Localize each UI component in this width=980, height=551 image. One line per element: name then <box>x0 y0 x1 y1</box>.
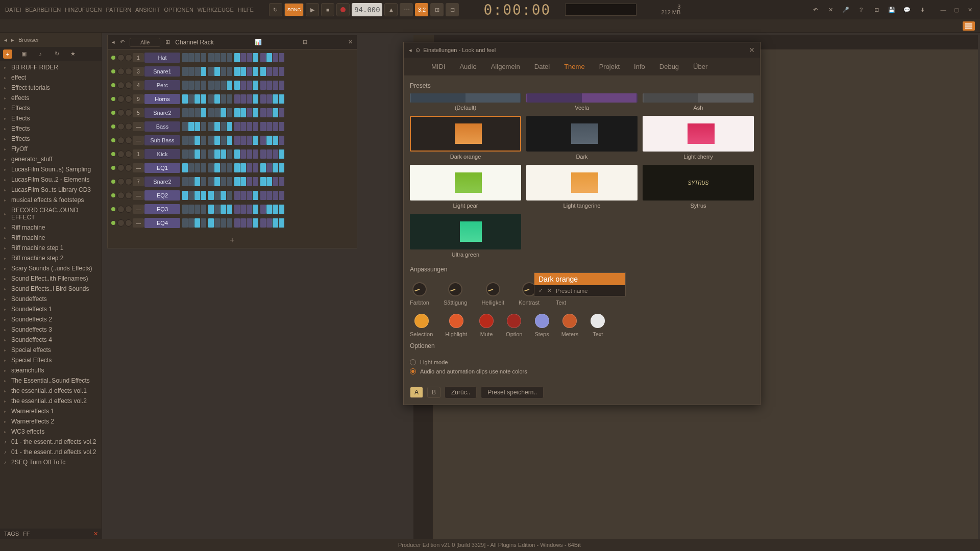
help-icon[interactable]: ? <box>855 4 867 15</box>
step-button[interactable] <box>208 122 214 131</box>
step-button[interactable] <box>234 136 240 145</box>
dlg-pin-icon[interactable]: ⊙ <box>415 47 420 54</box>
step-button[interactable] <box>214 67 220 76</box>
channel-name-button[interactable]: Sub Bass <box>144 135 180 145</box>
tempo-display[interactable]: 94.000 <box>352 3 382 16</box>
step-button[interactable] <box>188 136 194 145</box>
channel-mixer-track[interactable]: 4 <box>133 81 144 90</box>
channel-name-button[interactable]: EQ1 <box>144 163 180 173</box>
step-button[interactable] <box>227 108 232 117</box>
step-button[interactable] <box>273 108 278 117</box>
channel-step-sequencer[interactable] <box>182 149 284 159</box>
color-swatch-steps[interactable] <box>535 314 549 328</box>
step-button[interactable] <box>214 149 220 159</box>
step-button[interactable] <box>208 53 214 62</box>
menu-ansicht[interactable]: ANSICHT <box>134 6 161 14</box>
step-button[interactable] <box>220 136 226 145</box>
channel-mixer-track[interactable]: 7 <box>133 177 144 186</box>
step-button[interactable] <box>220 218 226 228</box>
step-button[interactable] <box>260 149 266 159</box>
channel-pan-knob[interactable] <box>117 206 125 213</box>
step-button[interactable] <box>247 218 252 228</box>
channel-pan-knob[interactable] <box>117 178 125 185</box>
step-button[interactable] <box>201 177 206 186</box>
browser-fwd-icon[interactable]: ▸ <box>11 37 14 43</box>
step-button[interactable] <box>214 81 220 90</box>
step-button[interactable] <box>240 218 246 228</box>
channel-led[interactable] <box>111 193 115 197</box>
tools-icon[interactable]: ✕ <box>825 4 836 15</box>
browser-folder-item[interactable]: Effects <box>0 113 102 123</box>
channel-led[interactable] <box>111 83 115 87</box>
step-button[interactable] <box>279 108 284 117</box>
step-button[interactable] <box>227 94 232 104</box>
step-button[interactable] <box>260 108 266 117</box>
step-button[interactable] <box>253 94 258 104</box>
step-button[interactable] <box>227 205 232 214</box>
step-button[interactable] <box>253 177 258 186</box>
step-button[interactable] <box>260 136 266 145</box>
channel-mixer-track[interactable]: 5 <box>133 108 144 117</box>
step-button[interactable] <box>234 81 240 90</box>
step-button[interactable] <box>227 53 232 62</box>
step-button[interactable] <box>279 191 284 200</box>
step-button[interactable] <box>240 205 246 214</box>
step-button[interactable] <box>234 191 240 200</box>
adjust-knob-helligkeit[interactable] <box>486 282 500 296</box>
color-swatch-mute[interactable] <box>479 314 494 328</box>
step-button[interactable] <box>208 94 214 104</box>
browser-tags-bar[interactable]: TAGS FF ✕ <box>0 529 102 539</box>
preset-veela[interactable]: Veela <box>526 93 638 111</box>
ab-b-button[interactable]: B <box>427 387 440 398</box>
channel-pan-knob[interactable] <box>117 109 125 116</box>
channel-step-sequencer[interactable] <box>182 136 284 145</box>
channel-vol-knob[interactable] <box>125 192 132 199</box>
channel-step-sequencer[interactable] <box>182 205 284 214</box>
channel-mixer-track[interactable]: 3 <box>133 67 144 76</box>
step-button[interactable] <box>279 163 284 172</box>
step-button[interactable] <box>227 67 232 76</box>
channel-name-button[interactable]: Perc <box>144 80 180 90</box>
step-button[interactable] <box>273 177 278 186</box>
maximize-button[interactable]: ▢ <box>950 5 963 14</box>
step-button[interactable] <box>234 205 240 214</box>
browser-folder-item[interactable]: Effects <box>0 134 102 144</box>
step-button[interactable] <box>253 218 258 228</box>
sync-button[interactable]: ↻ <box>269 3 282 16</box>
step-button[interactable] <box>266 177 272 186</box>
browser-folder-item[interactable]: Soundeffects <box>0 294 102 304</box>
metronome-button[interactable]: ▲ <box>384 3 398 16</box>
save-icon[interactable]: 💾 <box>886 4 897 15</box>
step-button[interactable] <box>240 149 246 159</box>
minimize-button[interactable]: — <box>937 5 949 14</box>
step-button[interactable] <box>253 205 258 214</box>
channel-step-sequencer[interactable] <box>182 163 284 172</box>
step-button[interactable] <box>253 67 258 76</box>
browser-folder-item[interactable]: Effect tutorials <box>0 83 102 93</box>
step-button[interactable] <box>194 163 200 172</box>
step-button[interactable] <box>220 149 226 159</box>
step-button[interactable] <box>201 191 206 200</box>
step-button[interactable] <box>182 136 188 145</box>
channel-name-button[interactable]: Snare1 <box>144 66 180 77</box>
step-button[interactable] <box>194 53 200 62</box>
download-icon[interactable]: ⬇ <box>917 4 928 15</box>
color-swatch-selection[interactable] <box>414 314 429 328</box>
reset-button[interactable]: Zurüc.. <box>445 386 477 398</box>
browser-folder-item[interactable]: RECORD CRAC..OUND EFFECT <box>0 205 102 222</box>
step-button[interactable] <box>279 53 284 62</box>
step-button[interactable] <box>194 122 200 131</box>
step-button[interactable] <box>208 81 214 90</box>
channel-rack-window[interactable]: ◂ ↶ Alle ⊞ Channel Rack 📊 ⊟ ✕ 1 Hat 3 Sn… <box>107 35 357 248</box>
record-button[interactable] <box>336 3 350 16</box>
step-button[interactable] <box>266 136 272 145</box>
mode-button-2[interactable]: ⊟ <box>446 3 459 16</box>
cr-back-icon[interactable]: ◂ <box>112 39 115 45</box>
step-button[interactable] <box>240 163 246 172</box>
browser-folder-icon[interactable]: ▣ <box>19 49 29 59</box>
browser-refresh-icon[interactable]: ↻ <box>52 49 61 59</box>
color-swatch-meters[interactable] <box>562 314 577 328</box>
step-button[interactable] <box>208 108 214 117</box>
channel-led[interactable] <box>111 152 115 156</box>
step-button[interactable] <box>247 81 252 90</box>
